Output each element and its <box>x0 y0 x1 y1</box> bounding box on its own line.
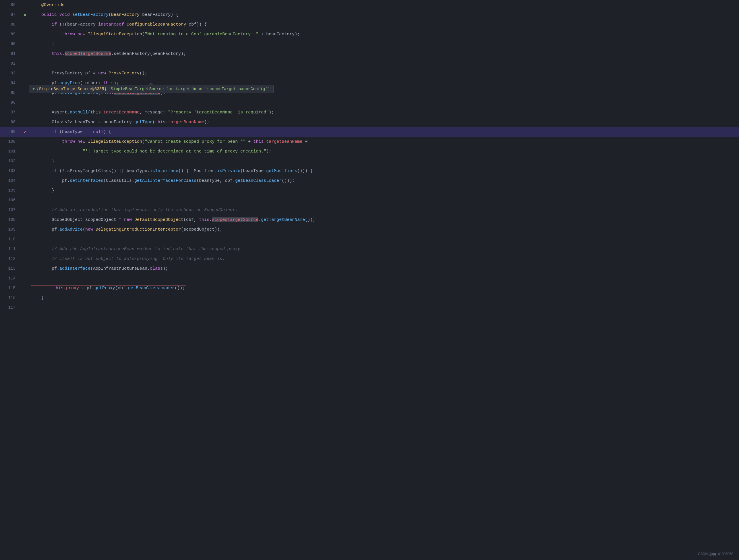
code-tokens: // Add the AopInfrastructureBean marker … <box>29 247 240 252</box>
code-line: 91 this.scopedTargetSource.setBeanFactor… <box>0 49 739 58</box>
line-number: 95 <box>0 91 21 95</box>
code-line: 87⇅ public void setBeanFactory(BeanFacto… <box>0 10 739 19</box>
code-line: 110 <box>0 234 739 244</box>
line-number: 89 <box>0 32 21 36</box>
code-line: 112 // itself is not subject to auto-pro… <box>0 254 739 264</box>
code-tokens: ScopedObject scopedObject = new DefaultS… <box>29 218 315 222</box>
code-line: 116 } <box>0 293 739 303</box>
code-line: 101 "': Target type could not be determi… <box>0 146 739 156</box>
code-tokens: this.scopedTargetSource.setBeanFactory(b… <box>29 51 186 56</box>
code-line: 108 ScopedObject scopedObject = new Defa… <box>0 215 739 225</box>
line-number: 91 <box>0 51 21 56</box>
breakpoint-icon: ✔ <box>23 129 26 135</box>
code-tokens: if (beanType == null) { <box>29 130 111 134</box>
code-line: 98 Class<?> beanType = beanFactory.getTy… <box>0 117 739 127</box>
code-tokens: if (!(beanFactory instanceof Configurabl… <box>29 22 207 27</box>
line-number: 92 <box>0 61 21 66</box>
line-number: 116 <box>0 295 21 300</box>
code-line: 105 } <box>0 185 739 195</box>
line-number: 98 <box>0 120 21 124</box>
code-line: 93 ProxyFactory pf = new ProxyFactory(); <box>0 68 739 78</box>
line-number: 108 <box>0 218 21 222</box>
line-number: 113 <box>0 266 21 271</box>
code-line: 107 // Add an introduction that implemen… <box>0 205 739 215</box>
code-line: 106 <box>0 195 739 205</box>
line-number: 102 <box>0 159 21 163</box>
line-number: 94 <box>0 81 21 85</box>
code-editor: + {SimpleBeanTargetSource@6355} "SimpleB… <box>0 0 739 560</box>
line-number: 111 <box>0 247 21 251</box>
tooltip-plus: + <box>32 87 35 91</box>
line-number: 106 <box>0 198 21 202</box>
code-line: 113 pf.addInterface(AopInfrastructureBea… <box>0 264 739 273</box>
code-tokens: public void setBeanFactory(BeanFactory b… <box>29 12 178 17</box>
code-line: 109 pf.addAdvice(new DelegatingIntroduct… <box>0 225 739 234</box>
code-line: 99✔ if (beanType == null) { <box>0 127 739 137</box>
line-gutter: ⇅ <box>21 12 29 17</box>
line-number: 103 <box>0 169 21 173</box>
line-number: 93 <box>0 71 21 76</box>
code-tokens: } <box>29 188 54 193</box>
line-number: 87 <box>0 12 21 17</box>
line-number: 105 <box>0 188 21 193</box>
line-number: 114 <box>0 276 21 281</box>
line-number: 109 <box>0 227 21 232</box>
line-number: 100 <box>0 139 21 144</box>
code-tokens: Class<?> beanType = beanFactory.getType(… <box>29 120 209 125</box>
line-number: 101 <box>0 149 21 154</box>
line-number: 107 <box>0 207 21 212</box>
code-tokens: Assert.notNull(this.targetBeanName, mess… <box>29 110 274 115</box>
code-line: 115 this.proxy = pf.getProxy(cbf.getBean… <box>0 283 739 293</box>
code-tokens: } <box>29 295 44 300</box>
code-line: 97 Assert.notNull(this.targetBeanName, m… <box>0 107 739 117</box>
code-tokens: if (!isProxyTargetClass() || beanType.is… <box>29 169 313 173</box>
line-number: 115 <box>0 286 21 290</box>
line-number: 110 <box>0 237 21 242</box>
code-tokens: ProxyFactory pf = new ProxyFactory(); <box>29 71 147 76</box>
line-number: 104 <box>0 178 21 183</box>
code-tokens: throw new IllegalStateException("Not run… <box>29 32 300 37</box>
code-line: 104 pf.setInterfaces(ClassUtils.getAllIn… <box>0 176 739 185</box>
code-line: 117 <box>0 303 739 312</box>
lines-container: 86 @Override87⇅ public void setBeanFacto… <box>0 0 739 312</box>
code-tokens: } <box>29 42 54 46</box>
code-line: 96 <box>0 98 739 107</box>
code-tokens: "': Target type could not be determined … <box>29 149 271 154</box>
code-line: 103 if (!isProxyTargetClass() || beanTyp… <box>0 166 739 176</box>
code-line: 102 } <box>0 156 739 166</box>
tooltip-obj: {SimpleBeanTargetSource@6355} <box>36 87 107 91</box>
line-number: 117 <box>0 305 21 310</box>
code-tokens: @Override <box>29 3 64 7</box>
code-tokens: pf.addInterface(AopInfrastructureBean.cl… <box>29 266 168 271</box>
line-gutter: ✔ <box>21 129 29 135</box>
code-tokens: pf.addAdvice(new DelegatingIntroductionI… <box>29 227 222 232</box>
tooltip-str: "SimpleBeanTargetSource for target bean … <box>108 87 270 91</box>
line-number: 99 <box>0 130 21 134</box>
line-number: 88 <box>0 22 21 27</box>
debug-tooltip: + {SimpleBeanTargetSource@6355} "SimpleB… <box>29 85 274 93</box>
code-line: 90 } <box>0 39 739 49</box>
tooltip-arrow-inner <box>149 83 153 85</box>
watermark: CSDN @qq_41835068 <box>698 552 733 556</box>
line-number: 86 <box>0 3 21 7</box>
line-number: 112 <box>0 257 21 261</box>
code-line: 92 <box>0 58 739 68</box>
code-tokens: // itself is not subject to auto-proxyin… <box>29 257 225 261</box>
line-number: 96 <box>0 100 21 105</box>
code-line: 89 throw new IllegalStateException("Not … <box>0 29 739 39</box>
code-line: 86 @Override <box>0 0 739 10</box>
code-line: 88 if (!(beanFactory instanceof Configur… <box>0 19 739 29</box>
code-line: 111 // Add the AopInfrastructureBean mar… <box>0 244 739 254</box>
line-number: 97 <box>0 110 21 115</box>
code-tokens: } <box>29 159 54 164</box>
red-highlight-box: this.proxy = pf.getProxy(cbf.getBeanClas… <box>31 285 186 291</box>
code-tokens: throw new IllegalStateException("Cannot … <box>29 139 307 144</box>
code-line: 100 throw new IllegalStateException("Can… <box>0 137 739 146</box>
line-number: 90 <box>0 42 21 46</box>
breakpoint-arrows-icon: ⇅ <box>24 12 26 17</box>
code-line: 114 <box>0 273 739 283</box>
code-tokens: this.proxy = pf.getProxy(cbf.getBeanClas… <box>29 285 186 291</box>
code-tokens: pf.setInterfaces(ClassUtils.getAllInterf… <box>29 178 295 183</box>
code-tokens: // Add an introduction that implements o… <box>29 207 238 213</box>
